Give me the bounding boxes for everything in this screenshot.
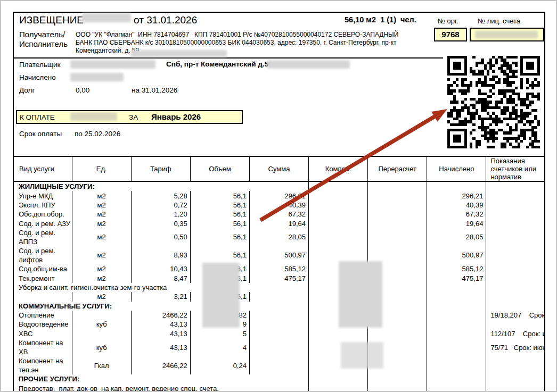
- table-cell: 43,13: [131, 338, 190, 356]
- column-header: Объем: [190, 156, 249, 181]
- table-cell: [249, 292, 308, 301]
- table-cell: [427, 338, 486, 356]
- table-cell: Уборка и санит.-гигиен.очистка зем-го уч…: [13, 283, 309, 292]
- table-row: Обс.доп.обор.м21,2056,167,3267,32: [13, 210, 545, 219]
- table-cell: [368, 374, 427, 383]
- table-cell: 19,64: [249, 219, 308, 228]
- table-cell: Сод. и рем. АЗУ: [13, 219, 72, 228]
- table-cell: [368, 191, 427, 200]
- table-cell: 67,32: [249, 210, 308, 219]
- table-cell: [486, 383, 545, 392]
- org-number-box: 9768: [434, 28, 467, 41]
- redacted-payment-amount: [70, 112, 117, 121]
- table-cell: Обс.доп.обор.: [13, 210, 72, 219]
- table-cell: [427, 383, 486, 392]
- table-cell: 296,21: [249, 191, 308, 200]
- table-cell: [486, 374, 545, 383]
- table-cell: 28,05: [427, 228, 486, 246]
- table-cell: [486, 292, 545, 301]
- to-pay-period: Январь 2026: [151, 112, 201, 121]
- table-cell: [368, 201, 427, 210]
- table-cell: 500,97: [427, 246, 486, 264]
- table-cell: 28,05: [249, 228, 308, 246]
- table-cell: ПРОЧИЕ УСЛУГИ:: [13, 374, 309, 383]
- table-cell: [368, 219, 427, 228]
- table-row: Уборка и санит.-гигиен.очистка зем-го уч…: [13, 283, 545, 292]
- table-cell: м2: [72, 292, 131, 301]
- table-row: м23,2156,1: [13, 292, 545, 301]
- table-cell: Сод.общ.им-ва: [13, 264, 72, 273]
- table-cell: [486, 246, 545, 264]
- column-header: Сумма: [249, 156, 308, 181]
- due-date: по 25.02.2026: [75, 130, 120, 138]
- table-cell: [249, 329, 308, 338]
- table-cell: Упр-е МКД: [13, 191, 72, 200]
- table-cell: 56,1: [190, 228, 249, 246]
- column-header: Тариф: [131, 156, 190, 181]
- table-cell: [486, 228, 545, 246]
- table-cell: [309, 329, 368, 338]
- column-header: Ед.: [72, 156, 131, 181]
- table-cell: [427, 374, 486, 383]
- to-pay-for-label: ЗА: [129, 113, 138, 121]
- recipient-info-line3: Комендантский, д. 59: [76, 47, 398, 55]
- table-cell: Водоотведение: [13, 320, 72, 329]
- table-cell: [309, 181, 368, 191]
- table-cell: [427, 302, 486, 311]
- table-cell: [486, 264, 545, 273]
- table-cell: [368, 383, 427, 392]
- accrued-label: Начислено: [19, 73, 56, 81]
- table-row: Сод. и рем. АЗУм20,3556,119,6419,64: [13, 219, 545, 228]
- table-cell: 500,97: [249, 246, 308, 264]
- table-cell: куб: [72, 320, 131, 329]
- column-header: Перерасчет: [368, 156, 427, 181]
- table-cell: 3,21: [131, 292, 190, 301]
- table-row: Компонент на теп.энГкал2466,220,24: [13, 356, 545, 374]
- table-row: Тек.ремонтм28,4756,1475,17475,17: [13, 273, 545, 282]
- debt-value: 0,00: [76, 86, 89, 94]
- table-cell: [309, 219, 368, 228]
- table-cell: [427, 283, 486, 292]
- table-cell: [427, 329, 486, 338]
- table-cell: 75/71 Срок: июнь2029: [486, 338, 545, 356]
- table-cell: [309, 191, 368, 200]
- table-cell: 56,1: [190, 201, 249, 210]
- table-row: Компонент на ХВкуб43,13475/71 Срок: июнь…: [13, 338, 545, 356]
- title-date: от 31.01.2026: [134, 14, 197, 26]
- table-cell: [309, 374, 368, 383]
- page-title: ИЗВЕЩЕНИЕ: [19, 14, 84, 26]
- table-row: Сод. и рем. лифтовм28,9356,1500,97500,97: [13, 246, 545, 264]
- table-cell: 0,24: [190, 356, 249, 374]
- table-row: Предостав. плат. док-ов на кап. ремонт, …: [13, 383, 545, 392]
- table-cell: Экспл. КПУ: [13, 201, 72, 210]
- table-cell: [427, 356, 486, 374]
- table-cell: Компонент на теп.эн: [13, 356, 72, 374]
- table-cell: 2466,22: [131, 311, 190, 320]
- recipient-label-line2: Исполнитель: [19, 39, 68, 49]
- table-cell: [249, 338, 308, 356]
- table-cell: [249, 356, 308, 374]
- recipient-label-line1: Получатель/: [19, 30, 68, 39]
- table-cell: 56,1: [190, 219, 249, 228]
- table-cell: [427, 181, 486, 191]
- table-cell: 40,39: [249, 201, 308, 210]
- table-cell: 1,20: [131, 210, 190, 219]
- services-table: Вид услугиЕд.ТарифОбъемСуммаКомпен.Перер…: [13, 156, 545, 392]
- redacted-address-part: [131, 50, 227, 57]
- table-cell: Сод. и рем. АППЗ: [13, 228, 72, 246]
- table-cell: 0,50: [131, 228, 190, 246]
- table-cell: 475,17: [427, 273, 486, 282]
- table-cell: [72, 329, 131, 338]
- column-header: Начислено: [427, 156, 486, 181]
- table-row: Сод. и рем. АППЗм20,5056,128,0528,05: [13, 228, 545, 246]
- table-cell: Компонент на ХВ: [13, 338, 72, 356]
- table-cell: 585,12: [249, 264, 308, 273]
- recipient-info-line2: БАНК ПАО СБЕРБАНК к/с 301018105000000006…: [76, 39, 398, 47]
- table-row: Водоотведениекуб43,139: [13, 320, 545, 329]
- table-cell: [13, 292, 72, 301]
- invoice-page: ИЗВЕЩЕНИЕ от 31.01.2026 56,10 м2 1 (1) ч…: [0, 0, 557, 392]
- debt-label: Долг: [19, 86, 35, 94]
- table-cell: 67,32: [427, 210, 486, 219]
- table-cell: [368, 228, 427, 246]
- table-cell: [427, 292, 486, 301]
